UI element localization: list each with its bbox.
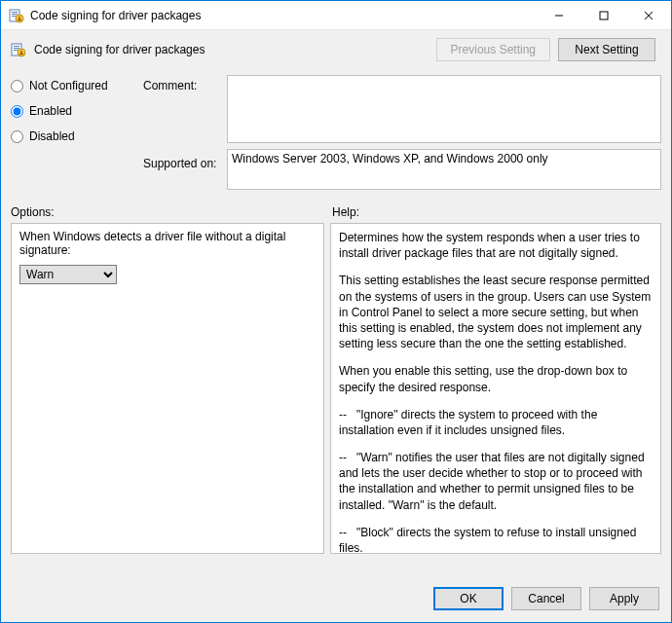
labels-row: Options: Help: <box>1 198 671 223</box>
svg-rect-8 <box>600 12 608 19</box>
help-text: -- "Warn" notifies the user that files a… <box>339 450 653 513</box>
policy-title: Code signing for driver packages <box>34 43 436 56</box>
options-label: Options: <box>11 205 332 219</box>
signature-response-dropdown[interactable]: Warn <box>19 265 117 284</box>
options-pane: When Windows detects a driver file witho… <box>11 223 324 554</box>
cancel-button[interactable]: Cancel <box>511 587 581 610</box>
next-setting-button[interactable]: Next Setting <box>558 38 655 61</box>
help-label: Help: <box>332 205 359 219</box>
radio-disabled-label: Disabled <box>29 129 75 143</box>
app-icon <box>9 8 24 23</box>
panes: When Windows detects a driver file witho… <box>1 223 671 577</box>
form-area: Not Configured Enabled Disabled Comment:… <box>1 75 671 198</box>
svg-rect-1 <box>12 12 18 13</box>
radio-disabled[interactable]: Disabled <box>11 129 137 143</box>
window-buttons <box>537 1 671 29</box>
policy-icon <box>11 42 26 57</box>
svg-rect-17 <box>19 54 23 55</box>
maximize-button[interactable] <box>581 1 626 29</box>
close-button[interactable] <box>626 1 671 29</box>
state-radios: Not Configured Enabled Disabled <box>11 75 137 155</box>
titlebar: Code signing for driver packages <box>1 1 671 30</box>
apply-button[interactable]: Apply <box>589 587 659 610</box>
ok-button[interactable]: OK <box>433 587 504 610</box>
footer: OK Cancel Apply <box>1 577 671 622</box>
minimize-button[interactable] <box>537 1 581 29</box>
radio-disabled-input[interactable] <box>11 130 23 143</box>
svg-rect-6 <box>18 19 21 20</box>
radio-enabled-label: Enabled <box>29 104 72 118</box>
help-text: -- "Ignore" directs the system to procee… <box>339 407 653 438</box>
svg-rect-2 <box>12 14 18 15</box>
radio-not-configured-label: Not Configured <box>29 79 108 92</box>
svg-rect-13 <box>14 48 19 49</box>
option-description: When Windows detects a driver file witho… <box>19 230 316 257</box>
svg-rect-12 <box>14 46 19 47</box>
radio-enabled[interactable]: Enabled <box>11 104 137 118</box>
radio-enabled-input[interactable] <box>11 105 23 118</box>
header-row: Code signing for driver packages Previou… <box>1 30 671 75</box>
help-text: Determines how the system responds when … <box>339 230 653 261</box>
supported-on-label: Supported on: <box>143 149 221 170</box>
help-pane[interactable]: Determines how the system responds when … <box>330 223 661 554</box>
svg-rect-16 <box>20 51 21 54</box>
window-title: Code signing for driver packages <box>30 9 537 22</box>
help-text: When you enable this setting, use the dr… <box>339 363 653 394</box>
radio-not-configured[interactable]: Not Configured <box>11 79 137 92</box>
help-text: -- "Block" directs the system to refuse … <box>339 525 653 554</box>
radio-not-configured-input[interactable] <box>11 80 23 92</box>
dialog-window: Code signing for driver packages <box>0 0 672 623</box>
comment-input[interactable] <box>227 75 661 143</box>
help-text: This setting establishes the least secur… <box>339 273 653 351</box>
comment-label: Comment: <box>143 75 221 92</box>
svg-rect-5 <box>19 17 19 19</box>
supported-on-value <box>227 149 661 190</box>
previous-setting-button: Previous Setting <box>436 38 550 61</box>
